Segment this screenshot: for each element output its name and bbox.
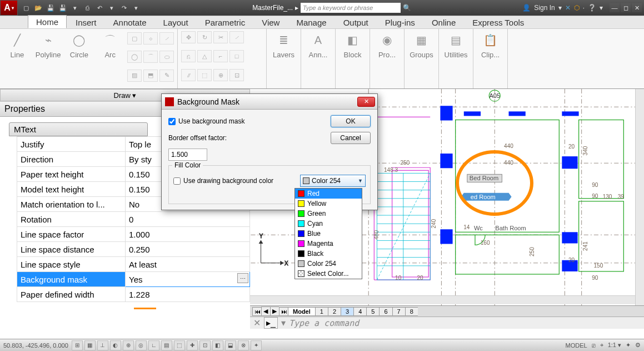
dialog-titlebar[interactable]: Background Mask ✕ — [162, 94, 377, 110]
status-settings-icon[interactable]: ⚙ — [635, 342, 641, 349]
layout-tab-2[interactable]: 2 — [328, 307, 341, 316]
color-option[interactable]: Yellow — [295, 199, 362, 209]
status-grid-icon[interactable]: ⎚ — [592, 342, 596, 349]
color-option[interactable]: Black — [295, 249, 362, 259]
signin-drop[interactable]: ▾ — [558, 4, 562, 12]
groups-button[interactable]: ▦Groups — [408, 31, 435, 86]
search-icon[interactable]: 🔍 — [403, 4, 411, 12]
tab-output[interactable]: Output — [336, 16, 376, 28]
property-row[interactable]: Paper defined width1.228 — [17, 287, 250, 302]
help-icon[interactable]: ❔ — [588, 4, 596, 12]
close-button[interactable]: ✕ — [632, 3, 642, 12]
tab-plugins[interactable]: Plug-ins — [377, 16, 423, 28]
layout-tab-model[interactable]: Model — [288, 307, 315, 316]
color-option[interactable]: Magenta — [295, 239, 362, 249]
color-option[interactable]: Select Color... — [295, 269, 362, 279]
undo-drop[interactable]: ▾ — [107, 3, 117, 13]
tab-manage[interactable]: Manage — [288, 16, 334, 28]
coordinates-readout: 50.803, -425.496, 0.000 — [3, 342, 68, 349]
layout-next[interactable]: ▶ — [270, 306, 279, 316]
status-target-icon[interactable]: ⌖ — [600, 342, 603, 349]
border-offset-input[interactable] — [168, 149, 207, 161]
object-type-selector[interactable]: MText — [9, 122, 148, 136]
close-cmd-icon[interactable]: ✕ — [253, 318, 261, 328]
line-button[interactable]: ╱Line — [3, 31, 31, 86]
maximize-button[interactable]: ◻ — [621, 3, 631, 12]
color-option[interactable]: Blue — [295, 229, 362, 239]
arc-button[interactable]: ⌒Arc — [96, 31, 124, 86]
layout-tab-5[interactable]: 5 — [366, 307, 379, 316]
property-row[interactable]: Background maskYes⋯ — [17, 272, 250, 287]
tab-express[interactable]: Express Tools — [465, 16, 532, 28]
property-row[interactable]: Rotation0 — [17, 212, 250, 227]
save-icon[interactable]: 💾 — [46, 3, 56, 13]
color-option[interactable]: Green — [295, 209, 362, 219]
plot-icon[interactable]: ⎙ — [82, 3, 92, 13]
layout-tab-8[interactable]: 8 — [405, 307, 418, 316]
property-row[interactable]: Line space styleAt least — [17, 257, 250, 272]
title-arrow-icon[interactable]: ▸ — [295, 4, 298, 12]
property-row[interactable]: Line space distance0.250 — [17, 242, 250, 257]
tab-online[interactable]: Online — [424, 16, 463, 28]
property-row[interactable]: Line space factor1.000 — [17, 227, 250, 242]
status-bar: 50.803, -425.496, 0.000 ⊞▦⊥ ◐⊕◎ ∟▤⬚ ✚⊡◧ … — [0, 339, 644, 351]
annotation-button[interactable]: AAnn... — [304, 31, 332, 86]
layout-tab-7[interactable]: 7 — [392, 307, 405, 316]
status-anno-icon[interactable]: ✦ — [626, 342, 631, 349]
cmd-drop-icon[interactable]: ▾ — [281, 318, 286, 328]
tab-view[interactable]: View — [254, 16, 287, 28]
ok-button[interactable]: OK — [331, 115, 371, 127]
redo-drop[interactable]: ▾ — [131, 3, 141, 13]
user-icon[interactable]: 👤 — [522, 4, 531, 12]
layers-button[interactable]: ≣Lavers — [270, 31, 297, 86]
layout-first[interactable]: ⏮ — [252, 307, 261, 316]
svg-text:Wc: Wc — [474, 225, 483, 231]
svg-text:148.3: 148.3 — [384, 167, 398, 173]
layout-tab-4[interactable]: 4 — [353, 307, 366, 316]
fill-color-combo[interactable]: Color 254 ▼ — [300, 175, 366, 187]
undo-icon[interactable]: ↶ — [94, 3, 104, 13]
block-button[interactable]: ◧Block — [339, 31, 366, 86]
utilities-button[interactable]: ▤Utilities — [442, 31, 470, 86]
circle-button[interactable]: ◯Circle — [66, 31, 93, 86]
tab-annotate[interactable]: Annotate — [106, 16, 154, 28]
redo-icon[interactable]: ↷ — [119, 3, 129, 13]
tab-home[interactable]: Home — [28, 15, 67, 28]
property-ellipsis-button[interactable]: ⋯ — [237, 273, 248, 283]
command-input[interactable]: Type a command — [289, 318, 644, 328]
status-scale[interactable]: 1:1 ▾ — [608, 342, 621, 349]
color-option[interactable]: Color 254 — [295, 259, 362, 269]
saveas-icon[interactable]: 💾 — [58, 3, 68, 13]
properties-panel-button[interactable]: ◉Pro... — [373, 31, 401, 86]
tab-insert[interactable]: Insert — [68, 16, 104, 28]
exchange-icon[interactable]: ✕ — [565, 4, 571, 12]
svg-rect-25 — [440, 154, 452, 168]
minimize-button[interactable]: — — [610, 3, 620, 12]
tab-parametric[interactable]: Parametric — [197, 16, 253, 28]
scrollbar-horizontal[interactable] — [250, 295, 635, 304]
new-icon[interactable]: ▢ — [21, 3, 31, 13]
use-background-mask-checkbox[interactable] — [168, 118, 176, 125]
cancel-button[interactable]: Cancel — [331, 132, 371, 144]
layout-tab-6[interactable]: 6 — [379, 307, 392, 316]
color-option[interactable]: Cyan — [295, 219, 362, 229]
use-drawing-bg-checkbox[interactable] — [173, 177, 181, 185]
layout-last[interactable]: ⏭ — [279, 307, 288, 316]
status-model[interactable]: MODEL — [566, 342, 587, 349]
signin-link[interactable]: Sign In — [534, 4, 555, 12]
dialog-close-button[interactable]: ✕ — [357, 97, 375, 107]
color-option[interactable]: Red — [295, 189, 362, 199]
autodesk360-icon[interactable]: ⬡ — [574, 4, 580, 12]
app-menu-button[interactable]: A — [0, 0, 18, 16]
layout-tab-1[interactable]: 1 — [315, 307, 328, 316]
polyline-button[interactable]: ⌁Polyline — [34, 31, 62, 86]
help-search-input[interactable]: Type a keyword or phrase — [301, 3, 401, 13]
layout-tab-3[interactable]: 3 — [341, 307, 353, 316]
help-drop[interactable]: ▾ — [600, 4, 603, 12]
clipboard-button[interactable]: 📋Clip... — [477, 31, 504, 86]
layout-prev[interactable]: ◀ — [261, 306, 270, 316]
scrollbar-vertical[interactable] — [635, 89, 644, 305]
open-icon[interactable]: 📂 — [33, 3, 43, 13]
cmd-prompt-icon[interactable]: ▸_ — [264, 317, 278, 329]
tab-layout[interactable]: Layout — [156, 16, 196, 28]
